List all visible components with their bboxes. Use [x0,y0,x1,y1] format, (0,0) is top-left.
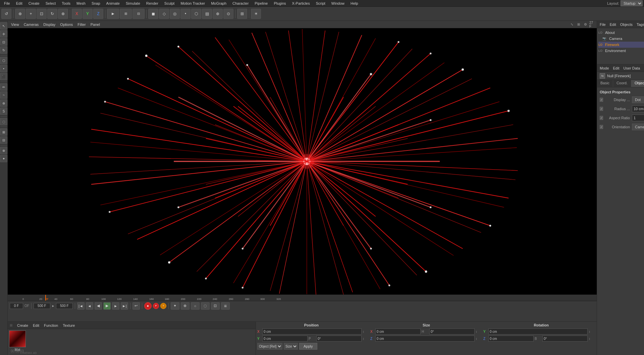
key-sel-btn[interactable]: ⊕ [181,302,190,310]
left-btn-edge[interactable]: ⬛ [0,73,7,80]
left-btn-pen[interactable]: ✏ [0,83,7,91]
menu-edit[interactable]: Edit [13,1,25,6]
size-mode-select[interactable]: Size [284,343,298,350]
attr-userdata-menu[interactable]: User Data [622,65,642,71]
left-btn-select[interactable]: ↖ [0,22,7,30]
left-btn-rotate[interactable]: ↻ [0,46,7,54]
z-constraint[interactable]: Z [93,9,103,19]
goto-start-btn[interactable]: |◄ [77,302,85,310]
menu-character[interactable]: Character [230,1,251,6]
orientation-select[interactable]: Camera [632,124,644,130]
play-btn[interactable]: ▶ [103,302,111,310]
uv-mode-btn[interactable]: ⬡ [191,9,201,19]
polygon-mode-btn[interactable]: ◇ [159,9,169,19]
menu-animate[interactable]: Animate [104,1,122,6]
obj-environment[interactable]: LO Environment [598,48,644,54]
rp-edit-menu[interactable]: Edit [608,22,618,27]
obj-camera[interactable]: 📷 Camera [602,36,644,42]
menu-xparticles[interactable]: X-Particles [289,1,313,6]
obj-firework[interactable]: LO Firework [598,42,644,48]
record-btn[interactable]: ● [144,302,152,310]
menu-select[interactable]: Select [43,1,59,6]
x-constraint[interactable]: X [72,9,82,19]
vp-icon-lock[interactable]: ⊞ [576,22,581,27]
left-btn-extra2[interactable]: ✦ [0,155,7,162]
viewport[interactable] [8,28,597,295]
left-btn-paint[interactable]: ⊛ [0,99,7,107]
render-settings-btn[interactable]: ⊟ [132,9,145,19]
radius-checkbox[interactable]: ✓ [600,107,603,111]
vp-menu-options[interactable]: Options [59,22,74,27]
menu-pipeline[interactable]: Pipeline [252,1,270,6]
move-tool[interactable]: ⊕ [15,9,25,19]
mat-create-menu[interactable]: Create [16,323,30,328]
attr-mode-menu[interactable]: Mode [598,65,610,71]
end-frame-input[interactable] [34,303,50,309]
vp-menu-cameras[interactable]: Cameras [22,22,40,27]
snap-btn[interactable]: ⊞ [237,9,247,19]
prev-frame-btn[interactable]: ◄ [86,302,93,310]
menu-render[interactable]: Render [144,1,161,6]
rp-tags-menu[interactable]: Tags [635,22,644,27]
z-pos-input[interactable] [375,336,475,342]
vp-menu-view[interactable]: View [10,22,20,27]
aspect-ratio-checkbox[interactable]: ✓ [600,116,603,120]
edge-mode-btn[interactable]: ◎ [170,9,180,19]
left-btn-scale[interactable]: ⊡ [0,38,7,46]
texture-btn[interactable]: ▤ [202,9,212,19]
x-pos-input[interactable] [262,328,362,335]
add-tool[interactable]: + [26,9,36,19]
mat-edit-menu[interactable]: Edit [32,323,41,328]
vp-menu-display[interactable]: Display [42,22,57,27]
point-mode-btn[interactable]: • [180,9,191,19]
timeline-mode-btn[interactable]: ≡ [221,302,230,310]
y-size-input[interactable] [262,336,308,342]
layout-select[interactable]: Startup [621,0,643,6]
menu-snap[interactable]: Snap [89,1,103,6]
tab-basic[interactable]: Basic [597,80,613,87]
menu-tools[interactable]: Tools [59,1,73,6]
key-all-btn[interactable]: ✦ [171,302,179,310]
menu-simulate[interactable]: Simulate [123,1,143,6]
key-pos-btn[interactable]: ○ [191,302,200,310]
menu-help[interactable]: Help [348,1,361,6]
orientation-checkbox[interactable]: ✓ [600,125,603,129]
axis-btn[interactable]: ⊕ [213,9,223,19]
end-frame-2[interactable] [56,303,73,309]
left-btn-poly[interactable]: ⬡ [0,57,7,64]
render-frame-btn[interactable]: ▶ [107,9,119,19]
display-select[interactable]: Dot [632,96,644,103]
left-btn-spline[interactable]: ~ [0,91,7,99]
menu-mograph[interactable]: MoGraph [208,1,229,6]
rec-rot-btn[interactable]: ? [160,303,166,309]
h-rot-input[interactable] [429,328,475,335]
menu-mesh[interactable]: Mesh [74,1,88,6]
vp-menu-filter[interactable]: Filter [76,22,87,27]
y-constraint[interactable]: Y [83,9,93,19]
z-pos-stepper[interactable]: ↕ [476,337,482,341]
vp-menu-panel[interactable]: Panel [89,22,101,27]
b-rot-input[interactable] [542,336,588,342]
rp-file-menu[interactable]: File [598,22,607,27]
timeline-ruler[interactable]: 0 20 27 40 60 80 100 120 140 160 180 200… [8,295,597,301]
left-btn-sculpt[interactable]: ◌ [0,118,7,125]
mat-texture-menu[interactable]: Texture [61,323,76,328]
y-pos-input[interactable] [488,328,588,335]
tab-object[interactable]: Object [631,80,644,87]
left-btn-extra1[interactable]: ⊗ [0,147,7,154]
left-btn-grid[interactable]: ⊟ [0,136,7,144]
light-btn[interactable]: ☀ [251,9,261,19]
scale-tool[interactable]: ⊡ [37,9,47,19]
left-btn-lock[interactable]: ⊞ [0,128,7,136]
h-stepper[interactable]: ↕ [476,330,482,334]
object-mode-btn[interactable]: ◼ [148,9,158,19]
rotate-tool[interactable]: ↻ [47,9,57,19]
tab-coord[interactable]: Coord. [613,80,631,87]
play-back-btn[interactable]: ◀ [95,302,102,310]
attr-edit-menu[interactable]: Edit [612,65,621,71]
menu-create[interactable]: Create [26,1,42,6]
aspect-ratio-input[interactable] [632,115,644,121]
mat-preview[interactable] [9,330,26,347]
key-scl-btn[interactable]: ⊡ [211,302,220,310]
obj-about[interactable]: LO About [598,30,644,36]
